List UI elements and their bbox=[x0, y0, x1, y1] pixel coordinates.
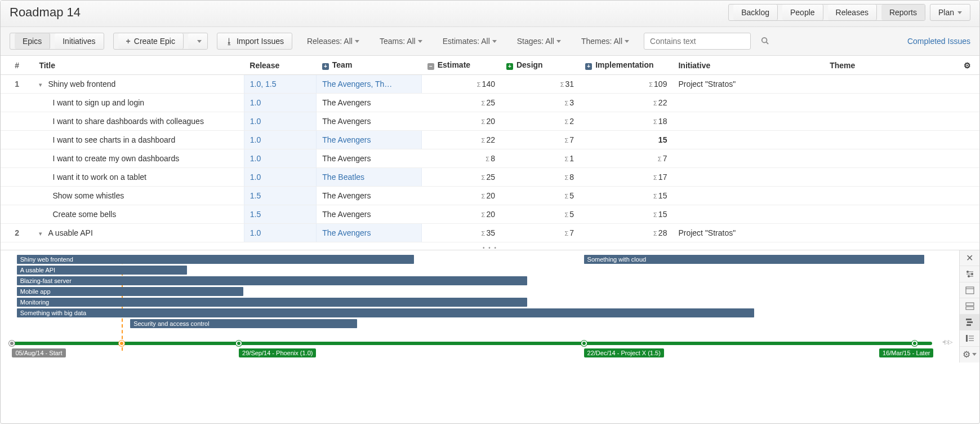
story-title[interactable]: I want to see charts in a dashboard bbox=[33, 131, 244, 149]
epic-title[interactable]: ▾A usable API bbox=[33, 224, 244, 242]
implementation-cell: Σ28 bbox=[580, 224, 672, 242]
design-cell: Σ8 bbox=[501, 168, 580, 187]
design-cell: Σ7 bbox=[501, 224, 580, 242]
search-icon[interactable] bbox=[761, 37, 769, 46]
epic-row[interactable]: 2▾A usable API1.0The AvengersΣ35Σ7Σ28Pro… bbox=[1, 224, 979, 242]
story-row[interactable]: I want to sign up and login1.0The Avenge… bbox=[1, 94, 979, 112]
col-team[interactable]: +Team bbox=[317, 56, 422, 75]
view-config-button[interactable] bbox=[960, 266, 979, 282]
col-settings[interactable]: ⚙ bbox=[956, 56, 979, 75]
nav-backlog[interactable]: Backlog bbox=[733, 5, 778, 20]
download-icon: ⭳ bbox=[225, 37, 233, 46]
release-cell[interactable]: 1.5 bbox=[244, 187, 317, 205]
col-estimate[interactable]: –Estimate bbox=[422, 56, 501, 75]
release-cell[interactable]: 1.0 bbox=[244, 168, 317, 187]
col-implementation[interactable]: +Implementation bbox=[580, 56, 672, 75]
release-cell[interactable]: 1.0 bbox=[244, 112, 317, 131]
filter-themes[interactable]: Themes: All bbox=[576, 33, 635, 49]
story-row[interactable]: I want to share dashboards with colleagu… bbox=[1, 112, 979, 131]
release-cell[interactable]: 1.5 bbox=[244, 205, 317, 224]
filter-releases[interactable]: Releases: All bbox=[301, 33, 365, 49]
filter-teams[interactable]: Teams: All bbox=[374, 33, 428, 49]
close-timeline-button[interactable]: ✕ bbox=[960, 250, 979, 266]
gantt-bar[interactable]: Something with big data bbox=[17, 308, 754, 317]
scroll-arrows[interactable]: ▫▫▷▷ bbox=[942, 338, 951, 346]
release-cell[interactable]: 1.0 bbox=[244, 131, 317, 149]
team-cell[interactable]: The Avengers bbox=[317, 187, 422, 205]
filter-stages[interactable]: Stages: All bbox=[511, 33, 567, 49]
milestone-dot[interactable] bbox=[9, 341, 15, 346]
story-title[interactable]: I want to create my own dashboards bbox=[33, 149, 244, 168]
plan-dropdown[interactable]: Plan bbox=[930, 4, 970, 21]
svg-rect-8 bbox=[966, 287, 974, 294]
plus-icon: + bbox=[126, 37, 131, 46]
view-toggle: Epics Initiatives bbox=[10, 33, 104, 50]
create-epic-dropdown[interactable] bbox=[188, 33, 207, 49]
epic-table: # Title Release +Team –Estimate +Design … bbox=[1, 56, 979, 246]
story-title[interactable]: Create some bells bbox=[33, 205, 244, 224]
team-cell[interactable]: The Avengers bbox=[317, 131, 422, 149]
milestone-dot[interactable] bbox=[581, 341, 587, 346]
nav-releases[interactable]: Releases bbox=[828, 5, 877, 20]
view-initiatives[interactable]: Initiatives bbox=[55, 33, 103, 49]
col-initiative[interactable]: Initiative bbox=[672, 56, 824, 75]
col-theme[interactable]: Theme bbox=[824, 56, 956, 75]
gantt-bar[interactable]: Blazing-fast server bbox=[17, 276, 527, 285]
gear-icon: ⚙ bbox=[964, 61, 971, 70]
search-input[interactable] bbox=[644, 33, 751, 50]
story-title[interactable]: I want to share dashboards with colleagu… bbox=[33, 112, 244, 131]
team-cell[interactable]: The Avengers bbox=[317, 205, 422, 224]
gantt-bar[interactable]: A usable API bbox=[17, 266, 187, 275]
nav-tabs: Backlog People Releases Reports bbox=[728, 4, 925, 21]
filter-estimates[interactable]: Estimates: All bbox=[437, 33, 502, 49]
chevron-down-icon[interactable]: ▾ bbox=[39, 81, 42, 88]
epic-title[interactable]: ▾Shiny web frontend bbox=[33, 75, 244, 94]
nav-reports[interactable]: Reports bbox=[881, 5, 925, 20]
story-row[interactable]: Create some bells1.5The AvengersΣ20Σ5Σ15 bbox=[1, 205, 979, 224]
team-cell[interactable]: The Avengers bbox=[317, 224, 422, 242]
milestone-dot[interactable] bbox=[236, 341, 242, 346]
story-row[interactable]: I want to see charts in a dashboard1.0Th… bbox=[1, 131, 979, 149]
col-num[interactable]: # bbox=[1, 56, 33, 75]
chevron-down-icon[interactable]: ▾ bbox=[39, 230, 42, 237]
milestone-dot[interactable] bbox=[912, 341, 917, 346]
story-title[interactable]: I want to sign up and login bbox=[33, 94, 244, 112]
gantt-bar[interactable]: Monitoring bbox=[17, 298, 527, 307]
release-cell[interactable]: 1.0 bbox=[244, 224, 317, 242]
release-cell[interactable]: 1.0 bbox=[244, 149, 317, 168]
team-cell[interactable]: The Avengers bbox=[317, 112, 422, 131]
epic-row[interactable]: 1▾Shiny web frontend1.0, 1.5The Avengers… bbox=[1, 75, 979, 94]
story-title[interactable]: Show some whistles bbox=[33, 187, 244, 205]
view-epics[interactable]: Epics bbox=[15, 33, 50, 49]
create-epic-button[interactable]: + Create Epic bbox=[118, 33, 184, 49]
story-row[interactable]: I want to create my own dashboards1.0The… bbox=[1, 149, 979, 168]
release-cell[interactable]: 1.0, 1.5 bbox=[244, 75, 317, 94]
today-dot bbox=[119, 341, 124, 346]
view-gantt-button[interactable] bbox=[960, 315, 979, 330]
import-issues-button[interactable]: ⭳ Import Issues bbox=[217, 33, 292, 50]
col-release[interactable]: Release bbox=[244, 56, 317, 75]
story-row[interactable]: Show some whistles1.5The AvengersΣ20Σ5Σ1… bbox=[1, 187, 979, 205]
gantt-bar[interactable]: Mobile app bbox=[17, 287, 244, 296]
story-title[interactable]: I want it to work on a tablet bbox=[33, 168, 244, 187]
gantt-bar[interactable]: Shiny web frontend bbox=[17, 255, 414, 264]
milestone-label: 22/Dec/14 - Project X (1.5) bbox=[584, 348, 664, 357]
col-design[interactable]: +Design bbox=[501, 56, 580, 75]
gantt-bar[interactable]: Security and access control bbox=[130, 319, 357, 328]
col-title[interactable]: Title bbox=[33, 56, 244, 75]
nav-people[interactable]: People bbox=[782, 5, 823, 20]
team-cell[interactable]: The Avengers, Th… bbox=[317, 75, 422, 94]
story-row[interactable]: I want it to work on a tablet1.0The Beat… bbox=[1, 168, 979, 187]
svg-rect-14 bbox=[966, 324, 971, 326]
timeline-settings-button[interactable]: ⚙ bbox=[960, 347, 979, 363]
completed-issues-link[interactable]: Completed Issues bbox=[907, 37, 970, 46]
estimate-cell: Σ8 bbox=[422, 149, 501, 168]
view-list-button[interactable] bbox=[960, 330, 979, 346]
release-cell[interactable]: 1.0 bbox=[244, 94, 317, 112]
team-cell[interactable]: The Avengers bbox=[317, 94, 422, 112]
team-cell[interactable]: The Avengers bbox=[317, 149, 422, 168]
gantt-bar[interactable]: Something with cloud bbox=[584, 255, 924, 264]
view-columns-button[interactable] bbox=[960, 282, 979, 298]
team-cell[interactable]: The Beatles bbox=[317, 168, 422, 187]
view-split-button[interactable] bbox=[960, 298, 979, 314]
